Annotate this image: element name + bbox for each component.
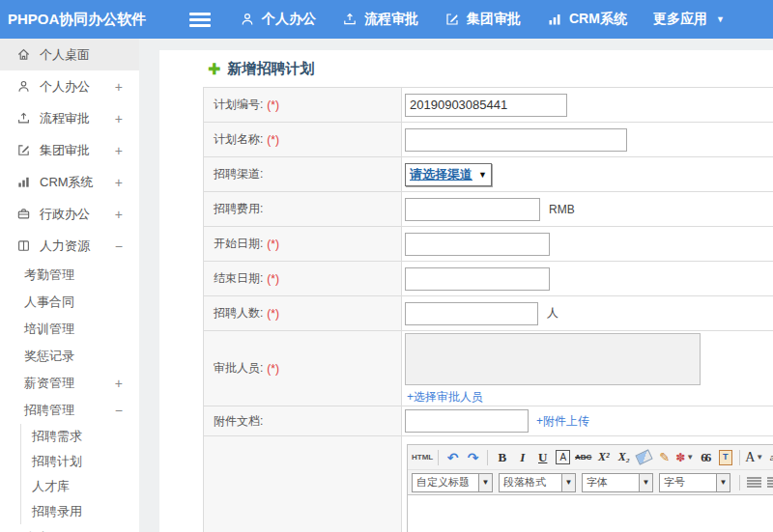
menu-icon[interactable] (189, 13, 211, 27)
superscript-button[interactable]: X² (594, 448, 613, 467)
bold-button[interactable]: B (493, 448, 511, 467)
editor-toolbar: HTML↶↷BIUAABCX²X₂✎✽▼66TA▼ab自定义标题▼段落格式▼字体… (407, 444, 773, 495)
form-row-attachment: 附件文档:+附件上传 (204, 406, 773, 436)
sidebar-item-human-resources[interactable]: 人力资源− (0, 230, 139, 262)
italic-button[interactable]: I (513, 448, 531, 467)
sidebar-item-talent-pool[interactable]: 人才库 (20, 474, 139, 499)
approvers-picker-link[interactable]: +选择审批人员 (407, 389, 483, 406)
toolbar-separator (739, 475, 740, 490)
channel-select[interactable]: 请选择渠道▼ (405, 163, 492, 186)
underline-button-glyph: U (538, 450, 547, 465)
field-label: 招聘人数: (214, 305, 263, 322)
sidebar-item-training-mgmt[interactable]: 培训管理 (0, 316, 139, 343)
content-panel: ✚ 新增招聘计划 计划编号:(*)计划名称:(*)招聘渠道:请选择渠道▼招聘费用… (159, 50, 773, 532)
nav-item-crm-system[interactable]: CRM系统 (547, 11, 627, 28)
highlight-button[interactable]: ab (765, 448, 773, 467)
autotypeset-icon[interactable]: ✽▼ (675, 448, 694, 467)
sidebar-item-crm-system[interactable]: CRM系统+ (0, 166, 139, 198)
form-field-cell (402, 88, 773, 122)
page-title: ✚ 新增招聘计划 (159, 50, 773, 78)
font-size-select[interactable]: 字号▼ (659, 473, 730, 492)
field-label: 结束日期: (214, 270, 263, 287)
recruit-plan-form: 计划编号:(*)计划名称:(*)招聘渠道:请选择渠道▼招聘费用:RMB开始日期:… (203, 87, 773, 532)
nav-item-personal-office[interactable]: 个人办公 (240, 11, 316, 28)
form-field-cell: 人 (402, 296, 773, 330)
nav-item-label: 个人办公 (262, 11, 316, 28)
expand-toggle[interactable]: + (115, 207, 123, 222)
subscript-button[interactable]: X₂ (615, 448, 633, 467)
user-icon (16, 79, 31, 94)
sidebar-item-group-approval[interactable]: 集团审批+ (0, 134, 139, 166)
select-label: 字体 (582, 473, 640, 492)
expand-toggle[interactable]: + (115, 79, 123, 95)
font-family-select[interactable]: 字体▼ (582, 473, 653, 492)
redo-button-glyph: ↷ (468, 450, 479, 465)
paragraph-select[interactable]: 段落格式▼ (499, 473, 576, 492)
html-source-button[interactable]: HTML (412, 448, 433, 467)
align-left-button[interactable] (745, 473, 763, 492)
nav-item-workflow-approval[interactable]: 流程审批 (342, 11, 418, 28)
sidebar-item-recruit-plan[interactable]: 招聘计划 (20, 449, 139, 474)
sidebar-item-hr-contract[interactable]: 人事合同 (0, 289, 139, 316)
blockquote-button[interactable]: 66 (696, 448, 714, 467)
expand-toggle[interactable]: + (115, 376, 123, 391)
rich-text-editor: HTML↶↷BIUAABCX²X₂✎✽▼66TA▼ab自定义标题▼段落格式▼字体… (407, 444, 773, 532)
format-brush-icon[interactable]: ✎ (655, 448, 673, 467)
undo-button[interactable]: ↶ (444, 448, 462, 467)
underline-button[interactable]: U (533, 448, 552, 467)
plan-name-input[interactable] (405, 128, 627, 152)
top-bar: PHPOA协同办公软件 个人办公流程审批集团审批CRM系统更多应用▼ (0, 0, 773, 39)
page-title-text: 新增招聘计划 (227, 60, 314, 78)
nav-item-more-apps[interactable]: 更多应用▼ (653, 11, 725, 28)
sidebar-item-salary-mgmt[interactable]: 薪资管理+ (0, 370, 139, 397)
nav-item-group-approval[interactable]: 集团审批 (444, 11, 521, 28)
sidebar-item-recruit-demand[interactable]: 招聘需求 (20, 424, 139, 449)
eraser-icon[interactable] (635, 448, 653, 467)
unit-suffix: RMB (549, 203, 575, 216)
expand-toggle[interactable]: + (115, 143, 123, 158)
strikethrough-button[interactable]: ABC (574, 448, 592, 467)
form-row-cost: 招聘费用:RMB (204, 192, 773, 227)
attachment-upload-link[interactable]: +附件上传 (536, 413, 589, 430)
plan-no-input[interactable] (405, 94, 567, 117)
sidebar-item-recruit-hire[interactable]: 招聘录用 (20, 499, 139, 524)
caret-down-icon: ▼ (640, 473, 653, 492)
redo-button[interactable]: ↷ (464, 448, 482, 467)
form-row-plan-name: 计划名称:(*) (204, 123, 773, 157)
edit-icon (16, 143, 31, 157)
char-border-button[interactable]: A (554, 448, 572, 467)
sidebar-item-recruit-mgmt[interactable]: 招聘管理− (0, 397, 139, 424)
expand-toggle[interactable]: + (115, 175, 123, 190)
sidebar-item-admin-office[interactable]: 行政办公+ (0, 198, 139, 230)
content-area: ✚ 新增招聘计划 计划编号:(*)计划名称:(*)招聘渠道:请选择渠道▼招聘费用… (139, 39, 773, 532)
sidebar-item-personnel-mgmt[interactable]: 人事管理+ (0, 524, 139, 532)
sidebar-item-label: 行政办公 (40, 206, 90, 223)
attachment-input[interactable] (405, 409, 529, 433)
custom-title-select[interactable]: 自定义标题▼ (412, 473, 493, 492)
editor-canvas[interactable] (407, 495, 773, 532)
form-row-headcount: 招聘人数:(*)人 (204, 296, 773, 331)
sidebar-item-label: 招聘需求 (32, 428, 82, 445)
headcount-input[interactable] (405, 302, 538, 325)
cost-input[interactable] (405, 198, 540, 221)
end-date-input[interactable] (405, 267, 550, 291)
expand-toggle[interactable]: + (115, 111, 123, 126)
sidebar-item-personal-office[interactable]: 个人办公+ (0, 70, 139, 102)
sidebar-item-workflow-approval[interactable]: 流程审批+ (0, 102, 139, 134)
app-logo[interactable]: PHPOA协同办公软件 (0, 11, 162, 29)
start-date-input[interactable] (405, 233, 550, 256)
sidebar-item-attendance-mgmt[interactable]: 考勤管理 (0, 262, 139, 289)
expand-toggle[interactable]: − (115, 238, 123, 254)
paste-icon[interactable]: T (716, 448, 734, 467)
approvers-textarea[interactable] (405, 333, 701, 385)
caret-down-icon: ▼ (478, 170, 487, 180)
bar-chart-icon (547, 12, 562, 27)
sidebar-item-reward-punishment[interactable]: 奖惩记录 (0, 343, 139, 370)
form-label-cell: 审批人员:(*) (204, 331, 402, 406)
align-center-button[interactable] (765, 473, 773, 492)
unit-suffix: 人 (547, 305, 558, 322)
font-color-button[interactable]: A▼ (745, 448, 763, 467)
expand-toggle[interactable]: − (115, 403, 123, 418)
sidebar-item-personal-desktop[interactable]: 个人桌面 (0, 39, 139, 70)
italic-button-glyph: I (520, 450, 525, 465)
